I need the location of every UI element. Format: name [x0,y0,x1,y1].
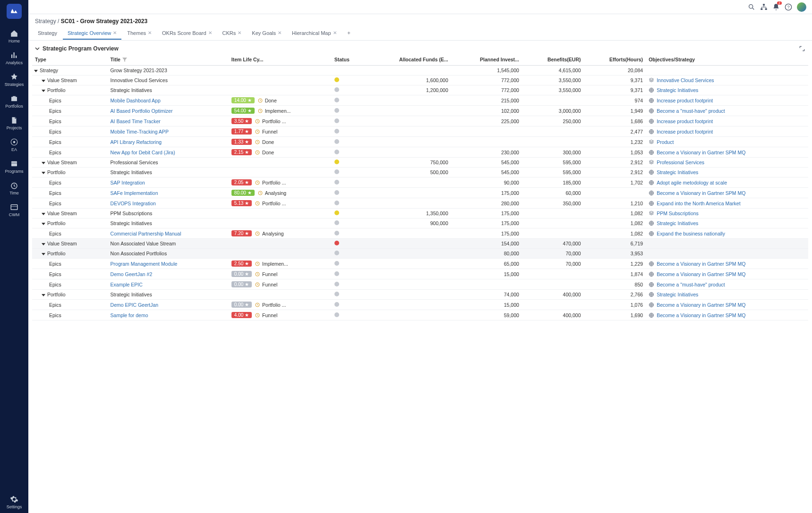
tab-key-goals[interactable]: Key Goals✕ [247,27,286,40]
row-title[interactable]: Program Management Module [111,261,178,267]
objective-link[interactable]: Strategic Initiatives [649,87,805,93]
table-row[interactable]: EpicsProgram Management Module2.50 ★ Imp… [32,259,808,269]
sidebar-item-analytics[interactable]: Analytics [5,47,24,69]
row-title[interactable]: Demo EPIC GeertJan [111,302,159,308]
table-row[interactable]: EpicsSample for demo4.00 ★ Funnel59,0004… [32,310,808,320]
objective-link[interactable]: Expand the business nationally [649,231,805,236]
objective-link[interactable]: Innovative Cloud Services [649,77,805,83]
table-row[interactable]: EpicsDemo GeertJan #20.00 ★ Funnel15,000… [32,269,808,279]
table-row[interactable]: EpicsNew App for Debit Card (Jira)2.15 ★… [32,147,808,158]
objective-link[interactable]: Become a Visionary in Gartner SPM MQ [649,271,805,277]
row-title[interactable]: Sample for demo [111,312,148,318]
caret-icon[interactable] [42,80,45,82]
tab-close-icon[interactable]: ✕ [208,30,212,35]
table-row[interactable]: EpicsSAFe Implementation80.00 ★ Analysin… [32,188,808,198]
table-row[interactable]: EpicsMobile Dashboard App14.00 ★ Done215… [32,95,808,106]
tab-close-icon[interactable]: ✕ [278,30,282,35]
row-title[interactable]: New App for Debit Card (Jira) [111,150,175,155]
sidebar-item-projects[interactable]: Projects [5,112,24,134]
objective-link[interactable]: Become a "must-have" product [649,108,805,114]
objective-link[interactable]: Become a Visionary in Gartner SPM MQ [649,312,805,318]
row-title[interactable]: Commercial Partnership Manual [111,231,181,236]
table-row[interactable]: PortfolioStrategic Initiatives74,000400,… [32,290,808,300]
objective-link[interactable]: Professional Services [649,160,805,165]
tab-close-icon[interactable]: ✕ [333,30,337,35]
tab-strategy[interactable]: Strategy [33,27,62,40]
tab-close-icon[interactable]: ✕ [148,30,152,35]
tab-hierarchical-map[interactable]: Hierarchical Map✕ [287,27,342,40]
objective-link[interactable]: Become a Visionary in Gartner SPM MQ [649,261,805,267]
objective-link[interactable]: Become a Visionary in Gartner SPM MQ [649,150,805,155]
objective-link[interactable]: Become a "must-have" product [649,282,805,287]
sidebar-item-portfolios[interactable]: Portfolios [5,91,24,112]
col-1[interactable]: Title [108,54,229,66]
caret-icon[interactable] [42,223,45,225]
objective-link[interactable]: Increase product footprint [649,98,805,103]
row-title[interactable]: SAP Integration [111,180,145,185]
table-row[interactable]: PortfolioStrategic Initiatives500,000545… [32,168,808,177]
tab-strategic-overview[interactable]: Strategic Overview✕ [63,27,121,40]
table-row[interactable]: PortfolioStrategic Initiatives900,000175… [32,219,808,228]
col-4[interactable]: Allocated Funds (E... [364,54,451,66]
caret-icon[interactable] [34,70,38,72]
tab-add[interactable]: ＋ [342,26,355,40]
objective-link[interactable]: PPM Subscriptions [649,210,805,216]
caret-icon[interactable] [42,90,45,92]
table-row[interactable]: Value StreamProfessional Services750,000… [32,158,808,168]
caret-icon[interactable] [42,294,45,296]
sidebar-item-cwm[interactable]: CWM [5,199,24,221]
objective-link[interactable]: Become a Visionary in Gartner SPM MQ [649,190,805,196]
sidebar-item-time[interactable]: Time [5,177,24,199]
caret-icon[interactable] [42,213,45,215]
caret-icon[interactable] [42,253,45,255]
objective-link[interactable]: Strategic Initiatives [649,220,805,226]
expand-icon[interactable] [799,45,805,52]
caret-icon[interactable] [42,243,45,245]
row-title[interactable]: Example EPIC [111,282,143,287]
row-title[interactable]: AI Based Time Tracker [111,118,161,124]
row-title[interactable]: SAFe Implementation [111,190,158,196]
row-title[interactable]: API Library Refactoring [111,139,162,145]
table-row[interactable]: PortfolioNon Associated Portfolios80,000… [32,249,808,259]
row-title[interactable]: Mobile Dashboard App [111,98,161,103]
objective-link[interactable]: Become a Visionary in Gartner SPM MQ [649,302,805,308]
table-row[interactable]: StrategyGrow Strategy 2021-20231,545,000… [32,66,808,76]
objective-link[interactable]: Product [649,139,805,145]
tab-ckrs[interactable]: CKRs✕ [218,27,247,40]
col-8[interactable]: Objectives/Strategy [646,54,808,66]
sidebar-item-ea[interactable]: EA [5,134,24,156]
caret-icon[interactable] [42,172,45,174]
tab-themes[interactable]: Themes✕ [122,27,156,40]
table-row[interactable]: PortfolioStrategic Initiatives1,200,0007… [32,85,808,95]
user-avatar[interactable] [797,2,806,12]
sidebar-item-programs[interactable]: Programs [5,156,24,177]
objective-link[interactable]: Adopt agile metodology at scale [649,180,805,185]
col-2[interactable]: Item Life Cy... [229,54,332,66]
sidebar-item-home[interactable]: Home [5,25,24,47]
table-row[interactable]: EpicsAPI Library Refactoring1.33 ★ Done1… [32,137,808,147]
col-3[interactable]: Status [332,54,365,66]
table-row[interactable]: EpicsAI Based Portfolio Optimizer54.00 ★… [32,106,808,116]
table-row[interactable]: EpicsDEVOPS Integration5.13 ★ Portfolio … [32,198,808,209]
table-row[interactable]: Value StreamPPM Subscriptions1,350,00017… [32,209,808,219]
table-row[interactable]: EpicsExample EPIC0.00 ★ Funnel850Become … [32,279,808,290]
objective-link[interactable]: Increase product footprint [649,129,805,135]
sidebar-item-settings[interactable]: Settings [0,491,28,513]
objective-link[interactable]: Increase product footprint [649,118,805,124]
table-row[interactable]: EpicsCommercial Partnership Manual7.20 ★… [32,228,808,239]
row-title[interactable]: Demo GeertJan #2 [111,271,153,277]
filter-icon[interactable] [122,58,127,62]
objective-link[interactable]: Expand into the North America Market [649,201,805,206]
table-row[interactable]: Value StreamInnovative Cloud Services1,6… [32,76,808,85]
breadcrumb-parent[interactable]: Strategy [35,18,56,25]
tab-okrs-score-board[interactable]: OKRs Score Board✕ [157,27,217,40]
sidebar-item-strategies[interactable]: Strategies [5,69,24,91]
objective-link[interactable]: Strategic Initiatives [649,292,805,297]
table-row[interactable]: EpicsSAP Integration2.05 ★ Portfolio ...… [32,177,808,188]
objective-link[interactable]: Strategic Initiatives [649,169,805,175]
tab-close-icon[interactable]: ✕ [238,30,241,35]
col-7[interactable]: Efforts(Hours) [584,54,646,66]
table-row[interactable]: Value StreamNon Associated Value Stream1… [32,239,808,249]
row-title[interactable]: DEVOPS Integration [111,201,156,206]
col-6[interactable]: Benefits(EUR) [522,54,584,66]
